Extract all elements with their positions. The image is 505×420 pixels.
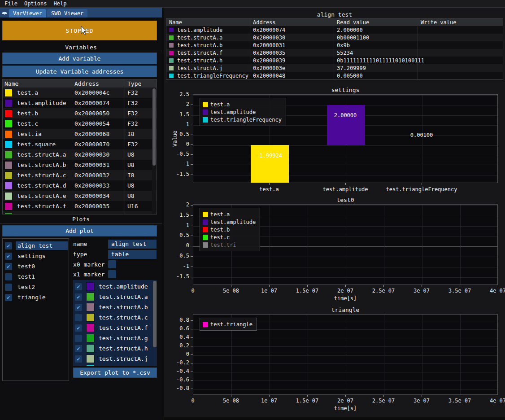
variable-row-test-structa-d[interactable]: test.structA.d0x20000033U8 bbox=[3, 180, 157, 191]
y-tick-mark bbox=[191, 135, 193, 135]
gridline bbox=[193, 372, 497, 372]
variable-row-test-structa-c[interactable]: test.structA.c0x20000032I8 bbox=[3, 170, 157, 180]
y-tick-label: 0.5 bbox=[165, 232, 189, 238]
variable-row-test-structa-a[interactable]: test.structA.a0x20000030U8 bbox=[3, 149, 157, 160]
plot-label-test2[interactable]: test2 bbox=[16, 283, 68, 291]
plot-checkbox-settings[interactable]: ✔ bbox=[5, 253, 12, 260]
target-state-button[interactable]: STOPPED bbox=[2, 21, 157, 40]
series-checkbox[interactable]: ✔ bbox=[75, 355, 82, 363]
series-checkbox[interactable]: ✔ bbox=[75, 366, 82, 367]
plot-label-align-test[interactable]: align test bbox=[16, 241, 68, 250]
variable-row-test-a[interactable]: test.a0x2000004cF32 bbox=[3, 88, 157, 98]
series-checkbox[interactable]: ✔ bbox=[75, 293, 82, 301]
plot-name-input[interactable]: align test bbox=[108, 240, 157, 249]
x-tick-label: 1.5e-07 bbox=[287, 288, 327, 294]
plot-label-test1[interactable]: test1 bbox=[16, 272, 68, 281]
update-addresses-button[interactable]: Update Variable addresses bbox=[2, 66, 157, 77]
y-tick-label: 1.5 bbox=[165, 111, 189, 118]
variables-scrollbar[interactable] bbox=[152, 88, 156, 214]
series-label[interactable]: test.structA.a bbox=[99, 293, 148, 300]
tab-varviewer[interactable]: VarViewer bbox=[9, 9, 46, 18]
variable-row-test-structa-e[interactable]: test.structA.e0x20000034U8 bbox=[3, 191, 157, 201]
menu-options[interactable]: Options bbox=[24, 0, 47, 7]
variable-row-test-ia[interactable]: test.ia0x20000068I8 bbox=[3, 129, 157, 139]
y-tick-label: 0.4 bbox=[165, 334, 189, 340]
plot-checkbox-test0[interactable]: ✔ bbox=[5, 263, 12, 270]
menu-file[interactable]: File bbox=[4, 0, 17, 7]
plot-list-item-test1: test1 bbox=[3, 271, 69, 282]
scrollbar-thumb[interactable] bbox=[152, 88, 156, 166]
menu-help[interactable]: Help bbox=[53, 0, 66, 7]
series-label[interactable]: test.amplitude bbox=[99, 283, 148, 290]
plot-checkbox-test1[interactable] bbox=[5, 273, 12, 280]
series-label[interactable]: test.structA.j bbox=[99, 355, 148, 362]
plot-label-triangle[interactable]: triangle bbox=[16, 293, 68, 302]
variable-color-swatch bbox=[4, 192, 13, 200]
series-scrollbar[interactable] bbox=[153, 281, 157, 365]
plot-type-select[interactable]: table bbox=[108, 250, 157, 259]
series-label[interactable]: test.structA.c bbox=[99, 314, 148, 321]
y-tick-mark bbox=[191, 215, 193, 216]
series-checkbox[interactable]: ✔ bbox=[75, 283, 82, 290]
variable-address: 0x20000032 bbox=[72, 170, 125, 180]
plots-header: Plots bbox=[0, 216, 162, 223]
variable-row-test-structa-f[interactable]: test.structA.f0x20000035U16 bbox=[3, 201, 157, 211]
x0-marker-checkbox[interactable] bbox=[108, 260, 116, 268]
plot-checkbox-triangle[interactable]: ✔ bbox=[5, 294, 12, 301]
plot-label-settings[interactable]: settings bbox=[16, 252, 68, 260]
variable-row[interactable] bbox=[3, 211, 157, 214]
add-plot-button[interactable]: Add plot bbox=[2, 225, 157, 236]
x-tick-mark bbox=[383, 285, 384, 287]
y-tick-mark bbox=[191, 329, 193, 329]
variables-table-header: NameAddressType bbox=[3, 79, 157, 88]
series-checkbox[interactable]: ✔ bbox=[75, 304, 82, 311]
y-tick-label: 1 bbox=[165, 222, 189, 228]
x-tick-mark bbox=[422, 395, 422, 397]
series-label[interactable]: test.structA.g bbox=[99, 335, 148, 341]
variable-row-test-amplitude[interactable]: test.amplitude0x20000074F32 bbox=[3, 98, 157, 108]
gridline bbox=[193, 267, 497, 267]
variable-name: test.structA.f bbox=[17, 203, 66, 210]
collapse-icon[interactable] bbox=[0, 9, 9, 18]
bar-value-label: -1.99924 bbox=[238, 153, 300, 159]
x-tick-mark bbox=[193, 395, 193, 397]
plot-checkbox-align-test[interactable]: ✔ bbox=[5, 242, 12, 249]
variable-row-test-structa-b[interactable]: test.structA.b0x20000031U8 bbox=[3, 160, 157, 170]
series-checkbox[interactable] bbox=[75, 314, 82, 321]
legend-swatch bbox=[203, 219, 208, 225]
variable-color-swatch bbox=[4, 182, 13, 190]
series-label[interactable]: test.structA.b bbox=[99, 304, 148, 311]
series-label[interactable]: test.structA.h bbox=[99, 345, 148, 352]
x-tick-label: 2.5e-07 bbox=[363, 398, 404, 404]
legend-label: test.triangleFrequency bbox=[210, 117, 282, 123]
y-tick-mark bbox=[191, 354, 193, 355]
column-header-type: Type bbox=[125, 79, 157, 88]
series-checkbox[interactable] bbox=[75, 335, 82, 342]
series-label[interactable]: test.structA.f bbox=[99, 324, 148, 331]
series-checkbox[interactable]: ✔ bbox=[75, 345, 82, 352]
y-tick-label: 2 bbox=[165, 101, 189, 107]
x0-marker-label: x0 marker bbox=[73, 261, 104, 268]
y-tick-mark bbox=[191, 175, 193, 175]
variable-name: test.structA.e bbox=[17, 192, 66, 199]
scrollbar-thumb[interactable] bbox=[153, 281, 157, 347]
y-tick-label: 1 bbox=[165, 121, 189, 127]
plot-checkbox-test2[interactable] bbox=[5, 284, 12, 291]
series-checkbox[interactable]: ✔ bbox=[75, 324, 82, 332]
export-csv-button[interactable]: Export plot to *.csv bbox=[73, 368, 157, 378]
add-variable-button[interactable]: Add variable bbox=[2, 52, 157, 64]
tab-swo-viewer[interactable]: SWO Viewer bbox=[47, 9, 87, 18]
variable-address: 0x20000033 bbox=[72, 180, 125, 191]
y-tick-label: 0.8 bbox=[165, 317, 189, 323]
x1-marker-checkbox[interactable] bbox=[108, 270, 116, 278]
y-tick-label: 2.5 bbox=[165, 91, 189, 97]
variable-row-test-b[interactable]: test.b0x20000050F32 bbox=[3, 108, 157, 118]
variable-row-test-c[interactable]: test.c0x20000054F32 bbox=[3, 118, 157, 129]
variable-row-test-square[interactable]: test.square0x20000070F32 bbox=[3, 139, 157, 149]
variable-address: 0x20000035 bbox=[72, 201, 125, 211]
plot-type-label: type bbox=[73, 251, 87, 258]
gridline bbox=[193, 206, 497, 206]
plot-label-test0[interactable]: test0 bbox=[16, 262, 68, 271]
legend-label: test.a bbox=[210, 211, 230, 218]
series-color-swatch bbox=[86, 282, 95, 291]
